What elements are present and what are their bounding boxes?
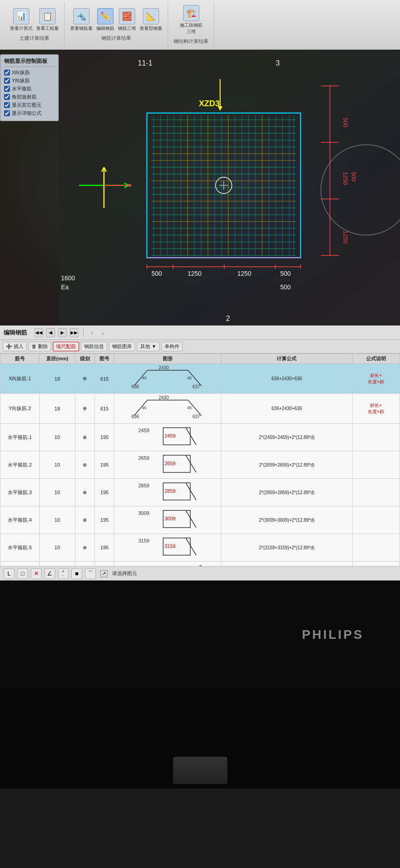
nav-prev-button[interactable]: ◀ <box>46 328 55 337</box>
steel-group-label: 钢结构计算结果 <box>174 38 208 45</box>
cell-formula: 2*(2659+2659)+2*(12.89*d) <box>221 451 352 479</box>
expand-arrow[interactable]: ↗ <box>100 570 108 577</box>
cell-note: 斜长+长度+斜 <box>352 394 400 424</box>
col-header-shape: 图形 <box>114 354 221 364</box>
steel-group: 🏗️ 施工段钢筋三维 钢结构计算结果 <box>168 2 214 47</box>
nav-next-button[interactable]: ▶ <box>58 328 67 337</box>
svg-line-111 <box>186 455 196 472</box>
table-row: X向纵筋.1 18 ⊕ 615 636 2430 637 45 45 <box>0 364 400 394</box>
cell-shape: 2459 2459 <box>114 424 221 451</box>
monitor-stand <box>173 757 227 784</box>
arc-tool[interactable]: ⌒ <box>85 568 96 579</box>
table-row: 水平箍筋.3 10 ⊕ 195 2859 2859 2*(2859+2859)+… <box>0 479 400 506</box>
col-header-shape-no: 图号 <box>95 354 114 364</box>
civil-group: 📊 查看计算式 📋 查看工程量 土建计算结果 <box>5 2 65 47</box>
cell-shape-no: 615 <box>95 394 114 424</box>
bottom-draw-toolbar: L □ ✕ ∠ +- ■ ⌒ ↗ 请选择图元 <box>0 566 400 580</box>
x-rebar-checkbox[interactable] <box>4 70 10 75</box>
cell-note: 斜长+长度+斜 <box>352 364 400 394</box>
show-elem-checkbox[interactable] <box>4 102 10 108</box>
svg-text:2430: 2430 <box>159 366 169 370</box>
rebar-panel-title: 编辑钢筋 <box>4 329 27 337</box>
rebar-table-container: 筋号 直径(mm) 级别 图号 图形 计算公式 公式说明 X向纵筋.1 18 ⊕… <box>0 354 400 566</box>
h-stirrup-checkbox[interactable] <box>4 86 10 92</box>
view-rebar-button[interactable]: 🔩 查看钢筋量 <box>70 8 93 32</box>
corner-rebar-row: 角部放射筋 <box>4 94 55 100</box>
cell-name: 水平箍筋.2 <box>0 451 40 479</box>
svg-text:3159: 3159 <box>138 538 149 543</box>
svg-line-125 <box>174 566 202 566</box>
cell-diameter: 10 <box>39 479 75 506</box>
col-header-grade: 级别 <box>75 354 94 364</box>
3d-rebar-button[interactable]: 🧱 钢筋三维 <box>118 8 136 32</box>
rebar-toolbar: 编辑钢筋 ◀◀ ◀ ▶ ▶▶ ↑ ↓ <box>0 326 400 340</box>
cell-formula: 2*(3009+3009)+2*(12.89*d) <box>221 506 352 534</box>
table-row: Y向纵筋.2 18 ⊕ 615 636 2430 637 45 45 <box>0 394 400 424</box>
cell-shape: 2659 2659 <box>114 451 221 479</box>
corner-rebar-label: 角部放射筋 <box>12 94 37 100</box>
cell-diameter: 10 <box>39 534 75 561</box>
svg-text:45: 45 <box>142 406 146 410</box>
svg-text:2459: 2459 <box>165 433 175 439</box>
svg-text:45: 45 <box>187 376 192 380</box>
nav-last-button[interactable]: ▶▶ <box>70 328 79 337</box>
nav-first-button[interactable]: ◀◀ <box>34 328 43 337</box>
table-row: 水平箍筋.2 10 ⊕ 195 2659 2659 2*(2659+2659)+… <box>0 451 400 479</box>
cell-diameter: 10 <box>39 451 75 479</box>
plusminus-tool[interactable]: +- <box>58 568 69 579</box>
steel-3d-button[interactable]: 🏗️ 施工段钢筋三维 <box>179 5 203 35</box>
cell-diameter: 18 <box>39 561 75 566</box>
single-part-button[interactable]: 单构件 <box>161 342 183 351</box>
svg-text:500: 500 <box>280 270 291 277</box>
cell-shape: 762 <box>114 561 221 566</box>
cell-formula: 762+35*d <box>221 561 352 566</box>
x-rebar-label: X向纵筋 <box>12 69 30 76</box>
svg-text:2: 2 <box>226 315 230 322</box>
svg-text:500: 500 <box>151 270 162 277</box>
info-button[interactable]: 钢筋信息 <box>81 342 107 351</box>
cell-diameter: 18 <box>39 394 75 424</box>
cell-shape: 636 2430 637 45 45 <box>114 394 221 424</box>
col-header-diameter: 直径(mm) <box>39 354 75 364</box>
h-stirrup-row: 水平箍筋 <box>4 85 55 92</box>
delete-button[interactable]: 🗑 删除 <box>28 342 51 351</box>
close-tool[interactable]: ✕ <box>31 568 42 579</box>
calc-button[interactable]: 📊 查看计算式 <box>10 8 33 32</box>
svg-text:500: 500 <box>342 118 349 127</box>
svg-text:1250: 1250 <box>342 172 349 185</box>
cell-shape-no: 615 <box>95 364 114 394</box>
expand-down-btn[interactable]: ↓ <box>99 329 107 337</box>
cell-grade: ⊕ <box>75 394 94 424</box>
expand-up-btn[interactable]: ↑ <box>88 329 96 337</box>
cell-diameter: 10 <box>39 506 75 534</box>
insert-button[interactable]: ➕ 插入 <box>3 342 27 351</box>
cell-note: 斜长+ <box>352 561 400 566</box>
col-header-formula: 计算公式 <box>221 354 352 364</box>
svg-text:637: 637 <box>193 414 200 419</box>
rect-tool[interactable]: □ <box>17 568 28 579</box>
angle-tool[interactable]: ∠ <box>44 568 55 579</box>
svg-text:2659: 2659 <box>165 461 175 466</box>
corner-rebar-checkbox[interactable] <box>4 94 10 100</box>
cell-diameter: 10 <box>39 424 75 451</box>
cell-formula: 2*(2859+2859)+2*(12.89*d) <box>221 479 352 506</box>
cell-grade: ⊕ <box>75 506 94 534</box>
cell-formula: 2*(2459+2459)+2*(12.89*d) <box>221 424 352 451</box>
y-rebar-checkbox[interactable] <box>4 78 10 84</box>
line-tool[interactable]: L <box>4 568 14 579</box>
show-formula-checkbox[interactable] <box>4 110 10 116</box>
other-button[interactable]: 其他 ▼ <box>137 342 160 351</box>
cad-area: 钢筋显示控制面板 X向纵筋 Y向纵筋 水平箍筋 角部放射筋 显示其它图元 显示详… <box>0 50 400 326</box>
svg-text:2659: 2659 <box>138 455 149 461</box>
svg-text:45: 45 <box>142 376 146 380</box>
fill-tool[interactable]: ■ <box>71 568 82 579</box>
svg-text:500: 500 <box>280 283 291 291</box>
edit-rebar-button[interactable]: ✏️ 编辑钢筋 <box>96 8 114 32</box>
view-type-button[interactable]: 📐 查看型钢量 <box>140 8 162 32</box>
cell-note <box>352 506 400 534</box>
scale-button[interactable]: 缩尺配筋 <box>53 342 79 351</box>
cell-shape: 3159 3159 <box>114 534 221 561</box>
svg-text:2859: 2859 <box>138 483 149 488</box>
project-button[interactable]: 📋 查看工程量 <box>36 8 59 32</box>
library-button[interactable]: 钢筋图库 <box>109 342 135 351</box>
